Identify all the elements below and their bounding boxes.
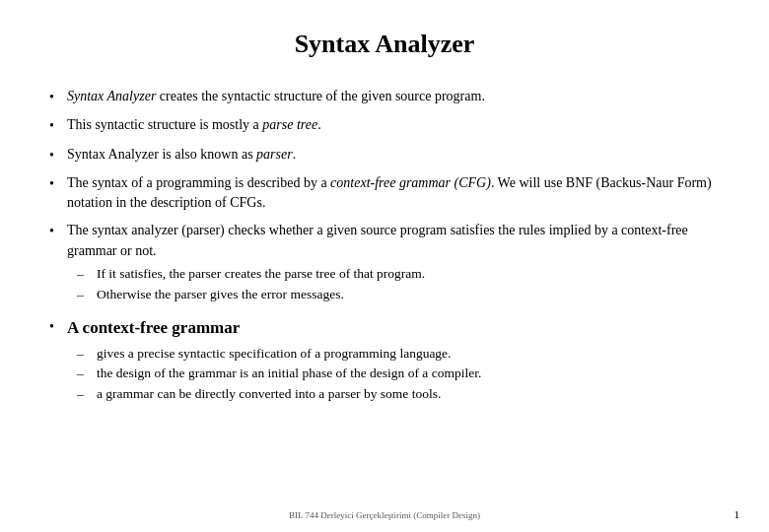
sub-dash: – — [77, 345, 97, 364]
context-free-sub-list: – gives a precise syntactic specificatio… — [67, 345, 720, 405]
footer-text: BIL 744 Derleyici Gerçekleştirimi (Compi… — [0, 510, 769, 520]
sub-text: gives a precise syntactic specification … — [97, 345, 720, 364]
bullet-dot: • — [49, 116, 67, 136]
inline-italic: parser — [256, 147, 293, 162]
main-bullet-list: • Syntax Analyzer creates the syntactic … — [49, 87, 720, 408]
inline-italic: parse tree — [262, 117, 317, 132]
list-item: • Syntax Analyzer is also known as parse… — [49, 145, 720, 166]
sub-list-item: – a grammar can be directly converted in… — [67, 385, 720, 404]
sub-list-item: – If it satisfies, the parser creates th… — [67, 265, 720, 284]
sub-text: a grammar can be directly converted into… — [97, 385, 720, 404]
inline-italic: context-free grammar (CFG) — [330, 175, 491, 190]
page-title: Syntax Analyzer — [49, 30, 720, 59]
context-free-header: A context-free grammar — [67, 318, 240, 337]
list-item: • The syntax of a programming is describ… — [49, 173, 720, 214]
bullet-dot: • — [49, 317, 67, 337]
sub-list: – If it satisfies, the parser creates th… — [67, 265, 720, 304]
bullet-text: Syntax Analyzer is also known as parser. — [67, 145, 720, 165]
sub-list-item: – Otherwise the parser gives the error m… — [67, 286, 720, 304]
bullet-text: Syntax Analyzer creates the syntactic st… — [67, 87, 720, 106]
bullet-dot: • — [49, 174, 67, 194]
sub-dash: – — [77, 286, 97, 304]
bullet-dot: • — [49, 88, 67, 107]
list-item: • A context-free grammar – gives a preci… — [49, 316, 720, 408]
bullet-dot: • — [49, 222, 67, 241]
bullet-text: A context-free grammar – gives a precise… — [67, 316, 720, 408]
sub-text: If it satisfies, the parser creates the … — [97, 265, 720, 284]
sub-list-item: – gives a precise syntactic specificatio… — [67, 345, 720, 364]
sub-list-item: – the design of the grammar is an initia… — [67, 365, 720, 383]
list-item: • Syntax Analyzer creates the syntactic … — [49, 87, 720, 107]
sub-text: the design of the grammar is an initial … — [97, 365, 720, 383]
sub-text: Otherwise the parser gives the error mes… — [97, 286, 720, 304]
inline-italic: Syntax Analyzer — [67, 89, 156, 103]
sub-dash: – — [77, 385, 97, 404]
list-item: • The syntax analyzer (parser) checks wh… — [49, 221, 720, 307]
bullet-dot: • — [49, 146, 67, 166]
page-number: 1 — [734, 508, 740, 520]
list-item: • This syntactic structure is mostly a p… — [49, 115, 720, 136]
bullet-text: The syntax analyzer (parser) checks whet… — [67, 221, 720, 307]
sub-dash: – — [77, 265, 97, 284]
sub-dash: – — [77, 365, 97, 383]
bullet-text: This syntactic structure is mostly a par… — [67, 115, 720, 135]
page: Syntax Analyzer • Syntax Analyzer create… — [0, 0, 769, 532]
bullet-text: The syntax of a programming is described… — [67, 173, 720, 214]
